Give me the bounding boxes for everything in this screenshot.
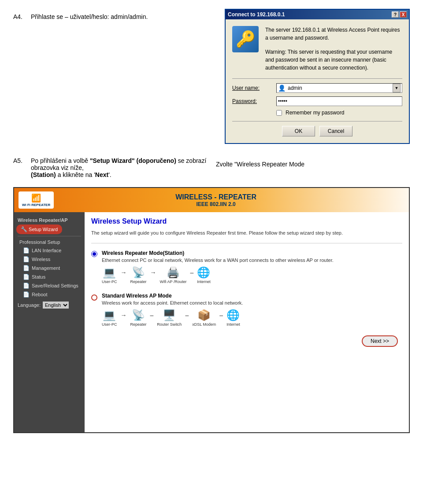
internet-label-2: Internet [226,322,240,327]
mode1-info: Wireless Repeater Mode(Station) Ethernet… [102,250,334,284]
arrow-5: – [150,312,154,319]
router-header-title: WIRELESS - REPEATER IEEE 802.IIN 2.0 [175,193,256,207]
repeater-label-2: Repeater [130,322,147,327]
username-value: admin [288,85,302,91]
sidebar-item-setup-wizard[interactable]: 🔧 Setup Wizard [16,224,62,234]
router-sidebar: Wireless Repeater/AP 🔧 Setup Wizard Prof… [14,212,85,432]
titlebar-buttons: ? X [392,11,407,18]
internet-icon-2: 🌐 [226,309,240,321]
sidebar-item-save-reload[interactable]: 📄 Save/Reload Settings [14,281,85,290]
password-label: Password: [232,98,276,104]
wireless-icon: 📄 [23,256,30,262]
diagram-internet-2: 🌐 Internet [226,309,240,327]
step-a4-text: A4. Přihlaste se – uživatel/heslo: admin… [13,9,216,144]
header-title-text: WIRELESS - REPEATER [175,193,256,201]
userpc-label-1: User-PC [102,280,117,284]
mode1-radio[interactable] [91,251,97,257]
mode2-info: Standard Wireless AP Mode Wireless work … [102,293,243,327]
sidebar-item-status[interactable]: 📄 Status [14,272,85,281]
arrow-2: → [150,269,156,276]
dialog-message1: The server 192.168.0.1 at Wireless Acces… [265,26,402,42]
xdsl-label: xDSL Modem [192,322,216,327]
mode2-radio[interactable] [91,294,97,301]
mode2-radio-area [91,293,97,301]
sidebar-item-management[interactable]: 📄 Management [14,264,85,272]
mode2-desc: Wireless work for access point. Ethernet… [102,300,243,305]
mode1-radio-dot [93,252,96,256]
mode1-option: Wireless Repeater Mode(Station) Ethernet… [91,250,402,284]
lan-label: LAN Interface [32,248,61,253]
username-input[interactable]: 👤 admin ▼ [276,83,402,93]
setup-wizard-bold: "Setup Wizard" (doporučeno) [90,157,176,164]
remember-password-row: Remember my password [276,110,402,116]
sidebar-item-professional[interactable]: Professional Setup [14,238,85,246]
arrow-7: – [219,312,223,319]
close-button[interactable]: X [400,11,407,18]
diagram-userpc-2: 💻 User-PC [102,309,117,327]
mode2-option: Standard Wireless AP Mode Wireless work … [91,293,402,327]
reboot-label: Reboot [32,292,47,297]
diagram-wifi-ap: 🖨️ Wifi AP /Router [160,266,187,284]
save-icon: 📄 [23,283,30,289]
professional-label: Professional Setup [19,239,60,245]
sidebar-item-reboot[interactable]: 📄 Reboot [14,290,85,299]
brand-text: Wi Fi REPEATER [22,203,50,207]
laptop-icon-2: 💻 [103,309,116,321]
dialog-icon-row: 🔑 The server 192.168.0.1 at Wireless Acc… [232,26,402,72]
wifi-logo-icon: 📶 [22,193,50,203]
step-a4-content: Přihlaste se – uživatel/heslo: admin/adm… [31,13,148,20]
dialog-title: Connect to 192.168.0.1 [228,11,285,18]
remember-checkbox[interactable] [276,110,282,116]
userpc-label-2: User-PC [102,322,117,327]
arrow-6: – [185,312,189,319]
setup-wizard-icon: 🔧 [21,226,27,232]
diagram-router-switch: 🖥️ Router Switch [157,309,182,327]
wizard-description: The setup wizard will guide you to confi… [91,230,402,236]
repeater-label-1: Repeater [130,280,147,284]
next-button[interactable]: Next >> [362,335,398,347]
password-input[interactable]: ••••• [276,96,402,106]
laptop-icon-1: 💻 [103,266,116,279]
dialog-message2: Warning: This server is requesting that … [265,48,402,72]
dropdown-arrow[interactable]: ▼ [393,84,401,92]
dialog-window: Connect to 192.168.0.1 ? X 🔑 The server … [225,9,410,144]
management-icon: 📄 [23,265,30,271]
sidebar-item-wireless[interactable]: 📄 Wireless [14,255,85,264]
repeater-icon-1: 📡 [132,266,145,279]
station-bold: (Station) [31,171,56,178]
router-body: Wireless Repeater/AP 🔧 Setup Wizard Prof… [14,212,409,432]
router-switch-icon: 🖥️ [163,309,176,321]
remember-label: Remember my password [286,110,344,116]
dialog-messages: The server 192.168.0.1 at Wireless Acces… [265,26,402,72]
sidebar-divider [18,236,81,236]
step-a5-right: Zvolte "Wireless Repeater Mode [216,157,410,169]
sidebar-item-lan[interactable]: 📄 LAN Interface [14,246,85,255]
reboot-icon: 📄 [23,291,30,298]
login-dialog: Connect to 192.168.0.1 ? X 🔑 The server … [225,9,410,144]
router-logo: 📶 Wi Fi REPEATER [19,191,54,209]
step-a5-left: A5. Po přihlášeni a volbě "Setup Wizard"… [13,157,207,178]
xdsl-icon: 📦 [197,309,211,321]
mode1-radio-area [91,250,97,257]
arrow-3: – [190,269,193,276]
user-avatar-icon: 👤 [278,85,286,92]
mode2-diagram: 💻 User-PC → 📡 Repeater – 🖥️ Router Switc… [102,309,243,327]
language-select[interactable]: English [43,302,69,309]
step-a4-number: A4. [13,13,26,20]
next-button-area: Next >> [91,335,402,347]
diagram-xdsl: 📦 xDSL Modem [192,309,216,327]
step-a5-number: A5. [13,157,26,178]
password-dots: ••••• [278,98,287,104]
help-button[interactable]: ? [392,11,399,18]
diagram-repeater-1: 📡 Repeater [130,266,147,284]
mode1-diagram: 💻 User-PC → 📡 Repeater → 🖨️ Wifi AP /Rou… [102,266,334,284]
top-section: A4. Přihlaste se – uživatel/heslo: admin… [13,9,410,144]
language-label: Language: [18,302,41,308]
header-subtitle-text: IEEE 802.IIN 2.0 [175,201,256,207]
ok-button[interactable]: OK [282,126,315,136]
wifi-ap-label: Wifi AP /Router [160,280,187,284]
step-a5-right-text: Zvolte "Wireless Repeater Mode [216,159,410,169]
cancel-button[interactable]: Cancel [319,126,352,136]
repeater-icon-2: 📡 [132,309,145,321]
dialog-body: 🔑 The server 192.168.0.1 at Wireless Acc… [226,19,409,143]
